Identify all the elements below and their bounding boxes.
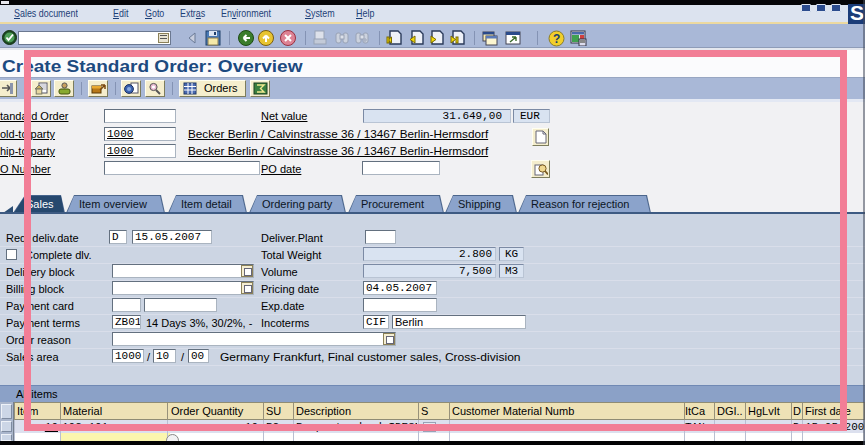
- svg-text:?: ?: [553, 32, 560, 46]
